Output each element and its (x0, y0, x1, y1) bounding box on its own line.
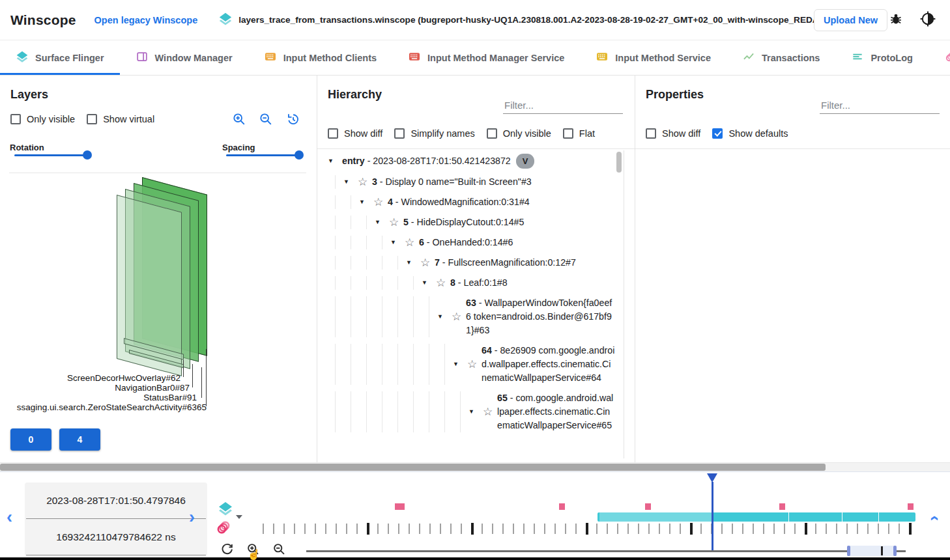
expand-caret-icon[interactable]: ▼ (390, 236, 405, 249)
range-slider-track[interactable] (306, 550, 906, 552)
hierarchy-filter-input[interactable] (503, 96, 623, 114)
pin-star-icon[interactable]: ☆ (389, 216, 403, 229)
event-marker[interactable] (779, 503, 785, 510)
expand-caret-icon[interactable]: ▼ (343, 175, 358, 189)
dark-mode-toggle[interactable] (920, 11, 936, 29)
upload-new-button[interactable]: Upload New (814, 9, 887, 31)
next-entry-button[interactable]: › (189, 509, 195, 526)
checkbox-show-diff[interactable]: Show diff (646, 128, 700, 139)
timeline-zoom-out-icon[interactable] (272, 542, 286, 559)
expand-caret-icon[interactable]: ▼ (375, 216, 389, 229)
layers-trace-icon[interactable] (218, 501, 233, 519)
layer-label: StatusBar#91 (143, 393, 197, 402)
indent-guide (359, 391, 375, 432)
tree-node-6[interactable]: ▼☆6 - OneHanded:0:14#6 (317, 232, 626, 253)
prev-entry-button[interactable]: ‹ (7, 509, 12, 526)
timeline-tick (784, 524, 785, 534)
expand-caret-icon[interactable]: ▼ (406, 256, 420, 270)
timeline-tick (732, 524, 733, 534)
indent-guide (343, 195, 359, 209)
rotation-slider-thumb[interactable] (83, 150, 92, 160)
pin-star-icon[interactable]: ☆ (420, 256, 435, 270)
checkbox-flat[interactable]: Flat (563, 128, 595, 139)
properties-panel: Properties Show diff Show defaults (635, 75, 950, 462)
expand-caret-icon[interactable]: ▼ (468, 405, 483, 419)
tab-input-method-clients[interactable]: Input Method Clients (248, 40, 392, 75)
tab-transitions[interactable]: Transitions (928, 40, 950, 75)
tab-transactions[interactable]: Transactions (727, 40, 835, 75)
pin-star-icon[interactable]: ☆ (373, 195, 388, 209)
tree-node-7[interactable]: ▼☆7 - FullscreenMagnification:0:12#7 (317, 253, 626, 273)
checkbox-show-virtual[interactable]: Show virtual (87, 114, 154, 124)
checkbox-show-defaults[interactable]: Show defaults (712, 128, 788, 139)
range-slider-handle-right[interactable] (893, 546, 897, 556)
display-id-button[interactable]: 0 (10, 428, 51, 451)
report-bug-button[interactable] (889, 12, 903, 28)
pin-star-icon[interactable]: ☆ (436, 276, 450, 290)
expand-caret-icon[interactable]: ▼ (437, 310, 452, 324)
event-marker[interactable] (395, 503, 405, 510)
timeline-scrollbar-thumb[interactable] (0, 464, 826, 471)
hierarchy-panel: Hierarchy Show diff Simplify names Only … (317, 75, 635, 462)
tree-node-entry[interactable]: ▼entry - 2023-08-28T17:01:50.421423872V (317, 150, 626, 172)
checkbox-only-visible[interactable]: Only visible (10, 114, 75, 124)
timestamp-ns-input[interactable]: 1693242110479784622 ns (25, 519, 207, 555)
properties-panel-title: Properties (646, 88, 704, 102)
tree-node-65[interactable]: ▼☆65 - com.google.android.wallpaper.effe… (317, 388, 626, 436)
indent-guide (343, 344, 359, 385)
timeline-tick (763, 524, 764, 534)
expand-caret-icon[interactable]: ▼ (453, 357, 467, 371)
timeline-scrollbar-track[interactable] (0, 463, 950, 472)
refresh-icon[interactable] (220, 542, 234, 559)
tree-node-4[interactable]: ▼☆4 - WindowedMagnification:0:31#4 (317, 192, 626, 212)
pin-star-icon[interactable]: ☆ (467, 357, 482, 371)
expand-caret-icon[interactable]: ▼ (328, 154, 342, 168)
event-marker[interactable] (559, 503, 565, 510)
properties-filter-input[interactable] (820, 96, 940, 114)
spacing-slider-thumb[interactable] (295, 150, 304, 160)
pin-star-icon[interactable]: ☆ (452, 310, 466, 324)
pin-star-icon[interactable]: ☆ (405, 236, 419, 249)
zoom-in-icon[interactable] (232, 112, 246, 129)
zoom-out-icon[interactable] (259, 112, 273, 129)
app-header: Winscope Open legacy Winscope layers_tra… (0, 0, 950, 40)
timeline-tick (554, 524, 556, 534)
tree-node-64[interactable]: ▼☆64 - 8e26909 com.google.android.wallpa… (317, 341, 626, 388)
event-marker[interactable] (908, 503, 914, 510)
tab-surface-flinger[interactable]: Surface Flinger (0, 40, 120, 75)
expand-caret-icon[interactable]: ▼ (359, 195, 373, 209)
event-marker[interactable] (645, 503, 651, 510)
tree-node-8[interactable]: ▼☆8 - Leaf:0:1#8 (317, 273, 626, 293)
display-id-button[interactable]: 4 (59, 428, 100, 451)
chart-icon (742, 50, 755, 65)
checkbox-simplify-names[interactable]: Simplify names (394, 128, 474, 139)
tab-input-method-manager-service[interactable]: Input Method Manager Service (392, 40, 580, 75)
pin-star-icon[interactable]: ☆ (483, 405, 497, 419)
reset-view-icon[interactable] (285, 112, 300, 129)
timeline-cursor-head[interactable] (707, 473, 717, 483)
tab-input-method-service[interactable]: Input Method Service (580, 40, 727, 75)
tree-node-5[interactable]: ▼☆5 - HideDisplayCutout:0:14#5 (317, 212, 626, 232)
tree-node-63[interactable]: ▼☆63 - WallpaperWindowToken{fa0eef6 toke… (317, 293, 626, 341)
checkbox-show-diff[interactable]: Show diff (328, 128, 382, 139)
tree-node-label: 65 - com.google.android.wallpaper.effect… (497, 391, 615, 432)
tree-node-3[interactable]: ▼☆3 - Display 0 name="Built-in Screen"#3 (317, 172, 626, 192)
timestamp-human-input[interactable]: 2023-08-28T17:01:50.4797846 (25, 483, 207, 519)
checkbox-only-visible[interactable]: Only visible (487, 128, 551, 139)
chevron-down-icon[interactable] (236, 515, 242, 519)
tab-protolog[interactable]: ProtoLog (835, 40, 928, 75)
range-slider-selection[interactable] (847, 546, 897, 556)
expand-caret-icon[interactable]: ▼ (422, 276, 436, 290)
hierarchy-tree: ▼entry - 2023-08-28T17:01:50.421423872V▼… (317, 150, 626, 458)
range-slider-handle-left[interactable] (847, 546, 850, 556)
collapse-timeline-button[interactable]: › (925, 516, 942, 522)
pin-star-icon[interactable]: ☆ (358, 175, 372, 189)
tree-scrollbar[interactable] (616, 152, 622, 173)
timeline-tick (878, 524, 879, 534)
tab-window-manager[interactable]: Window Manager (120, 40, 248, 75)
timeline-cursor-line[interactable] (712, 482, 713, 551)
open-legacy-winscope-link[interactable]: Open legacy Winscope (94, 15, 198, 25)
timeline-tick (367, 523, 369, 535)
trace-tab-bar: Surface FlingerWindow ManagerInput Metho… (0, 40, 950, 76)
transitions-trace-icon[interactable] (215, 519, 232, 539)
